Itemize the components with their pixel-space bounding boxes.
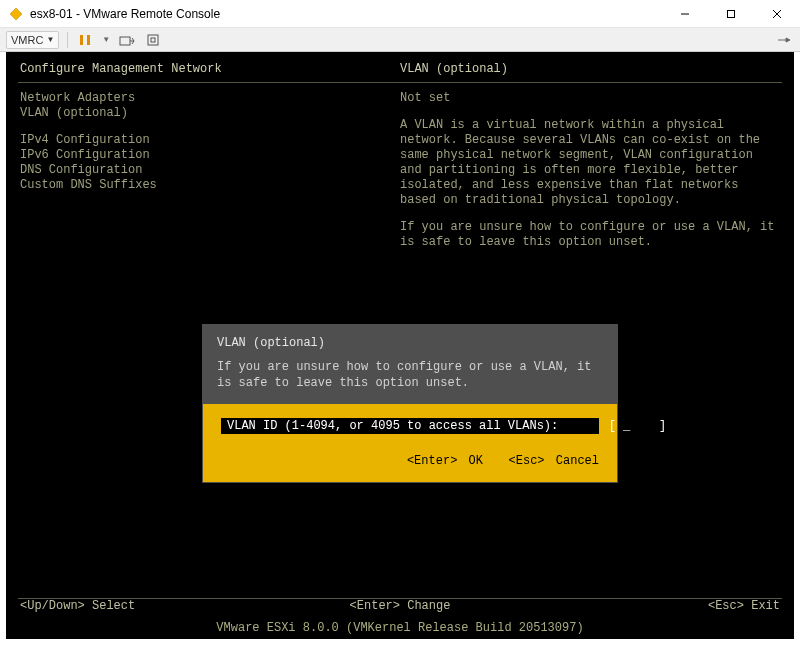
svg-rect-7 xyxy=(120,37,130,45)
detail-paragraph-1: A VLAN is a virtual network within a phy… xyxy=(400,118,780,208)
enter-key-hint: <Enter> xyxy=(407,454,457,468)
fullscreen-icon[interactable] xyxy=(144,31,162,49)
send-ctrl-alt-del-icon[interactable] xyxy=(118,31,136,49)
pause-icon[interactable] xyxy=(76,31,94,49)
hint-updown: <Up/Down> Select xyxy=(20,599,273,613)
toolbar-separator xyxy=(67,32,68,48)
header-right: VLAN (optional) xyxy=(400,62,780,76)
console-header: Configure Management Network VLAN (optio… xyxy=(6,52,794,82)
menu-item-ipv6[interactable]: IPv6 Configuration xyxy=(20,148,400,163)
vmrc-menu-button[interactable]: VMRC ▼ xyxy=(6,31,59,49)
esc-key-hint: <Esc> xyxy=(509,454,545,468)
vmrc-toolbar: VMRC ▼ ▼ xyxy=(0,28,800,52)
vlan-id-label: VLAN ID (1-4094, or 4095 to access all V… xyxy=(227,419,558,433)
close-button[interactable] xyxy=(754,0,800,28)
maximize-button[interactable] xyxy=(708,0,754,28)
console-version-footer: VMware ESXi 8.0.0 (VMKernel Release Buil… xyxy=(6,621,794,635)
window-titlebar: esx8-01 - VMware Remote Console xyxy=(0,0,800,28)
chevron-down-icon: ▼ xyxy=(46,35,54,44)
ok-button[interactable]: OK xyxy=(469,454,483,468)
hint-esc: <Esc> Exit xyxy=(527,599,780,613)
svg-rect-5 xyxy=(80,35,83,45)
dialog-subtitle: If you are unsure how to configure or us… xyxy=(217,359,603,391)
detail-paragraph-2: If you are unsure how to configure or us… xyxy=(400,220,780,250)
dialog-title: VLAN (optional) xyxy=(217,335,603,351)
menu-item-dns[interactable]: DNS Configuration xyxy=(20,163,400,178)
svg-rect-8 xyxy=(148,35,158,45)
menu-item-ipv4[interactable]: IPv4 Configuration xyxy=(20,133,400,148)
vmrc-menu-label: VMRC xyxy=(11,34,43,46)
svg-rect-9 xyxy=(151,38,155,42)
menu-item-network-adapters[interactable]: Network Adapters xyxy=(20,91,400,106)
sidebar-menu: Network Adapters VLAN (optional) IPv4 Co… xyxy=(20,91,400,262)
window-title: esx8-01 - VMware Remote Console xyxy=(30,7,662,21)
cancel-button[interactable]: Cancel xyxy=(556,454,599,468)
header-left: Configure Management Network xyxy=(20,62,400,76)
detail-pane: Not set A VLAN is a virtual network with… xyxy=(400,91,780,262)
console-status-bar: <Up/Down> Select <Enter> Change <Esc> Ex… xyxy=(6,599,794,615)
detail-status: Not set xyxy=(400,91,780,106)
svg-rect-2 xyxy=(728,10,735,17)
svg-rect-6 xyxy=(87,35,90,45)
remote-console[interactable]: Configure Management Network VLAN (optio… xyxy=(6,52,794,639)
pin-icon[interactable] xyxy=(776,28,792,52)
vlan-dialog: VLAN (optional) If you are unsure how to… xyxy=(202,324,618,483)
minimize-button[interactable] xyxy=(662,0,708,28)
vlan-id-input[interactable]: _ xyxy=(623,419,630,433)
header-divider xyxy=(18,82,782,83)
svg-marker-0 xyxy=(10,8,22,20)
hint-enter: <Enter> Change xyxy=(273,599,526,613)
dialog-footer: <Enter> OK <Esc> Cancel xyxy=(221,454,599,472)
vlan-id-field[interactable]: VLAN ID (1-4094, or 4095 to access all V… xyxy=(221,418,599,434)
vmware-app-icon xyxy=(8,6,24,22)
chevron-down-icon[interactable]: ▼ xyxy=(102,35,110,44)
menu-item-custom-dns[interactable]: Custom DNS Suffixes xyxy=(20,178,400,193)
menu-item-vlan[interactable]: VLAN (optional) xyxy=(20,106,400,121)
